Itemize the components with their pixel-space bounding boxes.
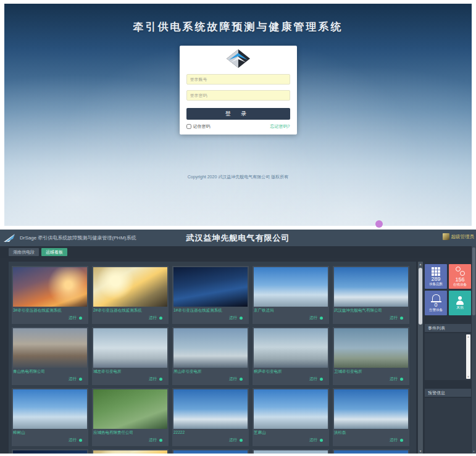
station-name: 桐庐牵引变电所: [254, 368, 328, 375]
scroll-down-icon[interactable]: ▼: [472, 449, 476, 454]
stat-label: 在线设备: [453, 283, 467, 287]
station-thumbnail: [334, 267, 408, 307]
stat-tile[interactable]: 0 告警设备: [425, 291, 447, 315]
station-card[interactable]: 青山热电有限公司 运行: [12, 327, 88, 385]
station-thumbnail: [93, 328, 167, 368]
station-card[interactable]: 1#牵引变压器在线监测系统 运行: [172, 266, 249, 324]
warnings-section-title: 预警信息: [425, 389, 471, 397]
station-status: 运行: [93, 314, 167, 321]
tab[interactable]: 运维看板: [41, 248, 67, 256]
station-name: 黑山牵引变电所: [173, 368, 248, 375]
station-thumbnail: [254, 267, 328, 307]
station-status: 运行: [173, 375, 248, 383]
app-logo-icon: [4, 233, 16, 243]
status-label: 运行: [309, 315, 317, 321]
station-card[interactable]: 芝麻山 运行: [253, 388, 329, 446]
station-card[interactable]: [12, 449, 88, 454]
scrollbar-thumb[interactable]: [419, 268, 422, 325]
tab[interactable]: 湖南供电段: [9, 248, 39, 256]
station-name: 1#牵引变压器在线监测系统: [173, 307, 248, 314]
station-thumbnail: [173, 450, 248, 454]
stat-label: 告警设备: [429, 308, 443, 312]
station-thumbnail: [254, 450, 328, 454]
scroll-down-icon[interactable]: ▼: [418, 449, 423, 454]
station-card[interactable]: 卫城牵引变电所 运行: [333, 327, 409, 385]
station-status: 运行: [173, 436, 248, 444]
status-label: 运行: [309, 437, 317, 443]
station-card[interactable]: 樟树山 运行: [12, 388, 88, 446]
status-label: 运行: [149, 437, 157, 443]
station-status: 运行: [334, 375, 408, 383]
scroll-up-icon[interactable]: ▲: [418, 262, 423, 267]
password-input[interactable]: [186, 90, 290, 101]
stat-value: 156: [455, 276, 464, 283]
forgot-password-link[interactable]: 忘记密码?: [270, 123, 290, 130]
login-options-row: 记住密码 忘记密码?: [186, 123, 290, 130]
status-label: 运行: [309, 376, 317, 382]
station-thumbnail: [173, 267, 248, 307]
user-menu[interactable]: 超级管理员: [443, 233, 475, 240]
login-button[interactable]: 登 录: [186, 108, 290, 120]
station-status: 运行: [173, 314, 248, 321]
right-panel: 289 设备总数 156 在线设备 0 告警设备 其他 事件列表 ▲ ▼ 预警信…: [425, 262, 471, 454]
scrollbar-thumb[interactable]: [472, 247, 475, 315]
station-name: 3#牵引变压器在线监测系统: [13, 307, 87, 314]
grid-scrollbar[interactable]: ▲ ▼: [418, 262, 423, 454]
page-title: 牵引供电系统故障预测与健康管理系统: [4, 20, 472, 34]
status-label: 运行: [229, 315, 237, 321]
stat-tile[interactable]: 其他: [449, 291, 471, 315]
station-status: 运行: [13, 314, 87, 321]
station-name: 青山热电有限公司: [13, 368, 87, 375]
station-card[interactable]: 桐庐牵引变电所 运行: [253, 327, 329, 385]
status-dot-icon: [320, 439, 323, 442]
station-name: 洪松磊: [334, 429, 408, 436]
remember-password-checkbox[interactable]: 记住密码: [186, 123, 211, 130]
page-scrollbar[interactable]: ▼: [472, 246, 476, 454]
station-card[interactable]: 2#牵引变压器在线监测系统 运行: [92, 266, 169, 324]
scroll-up-icon[interactable]: ▲: [466, 334, 470, 339]
stat-tiles: 289 设备总数 156 在线设备 0 告警设备 其他: [425, 262, 471, 315]
station-card[interactable]: 22222 运行: [172, 388, 249, 446]
station-status: 运行: [93, 436, 167, 444]
events-section-title: 事件列表: [425, 324, 471, 332]
station-card[interactable]: [333, 449, 409, 454]
station-thumbnail: [13, 450, 87, 454]
station-status: 运行: [254, 436, 328, 444]
stat-value: 0: [434, 302, 437, 308]
warning-list: [425, 398, 471, 454]
station-card[interactable]: 武汉益坤先舰电气有限公司 运行: [333, 266, 409, 324]
event-list-scrollbar[interactable]: ▲ ▼: [466, 334, 470, 379]
station-status: 运行: [93, 375, 167, 383]
station-thumbnail: [254, 389, 328, 429]
station-card[interactable]: 黑山牵引变电所 运行: [172, 327, 249, 385]
station-card[interactable]: [172, 449, 249, 454]
login-screen: 牵引供电系统故障预测与健康管理系统 登 录 记住密码 忘记密码? Copyrig…: [4, 4, 472, 226]
station-status: 运行: [254, 375, 328, 383]
stat-tile[interactable]: 156 在线设备: [449, 264, 471, 289]
station-card[interactable]: 京广铁运局 运行: [253, 266, 329, 324]
station-card[interactable]: 3#牵引变压器在线监测系统 运行: [12, 266, 88, 324]
app-name: DrSage 牵引供电系统故障预测与健康管理(PHM)系统: [20, 234, 136, 241]
status-label: 运行: [229, 437, 237, 443]
station-card[interactable]: 城左牵引变电所 运行: [92, 327, 169, 385]
station-card[interactable]: 洪松磊 运行: [333, 388, 409, 446]
station-card[interactable]: 应城热电有限责任公司 运行: [92, 388, 169, 446]
stat-tile-icon: [456, 267, 465, 276]
user-avatar: [443, 233, 449, 240]
scroll-down-icon[interactable]: ▼: [466, 375, 470, 379]
stat-tile-icon: [456, 296, 464, 305]
stat-value: 289: [431, 276, 440, 282]
station-card[interactable]: [92, 449, 169, 454]
status-dot-icon: [79, 317, 82, 320]
status-dot-icon: [79, 378, 82, 381]
remember-checkbox-input[interactable]: [186, 124, 191, 129]
station-thumbnail: [334, 328, 408, 368]
station-card[interactable]: [253, 449, 329, 454]
status-dot-icon: [159, 317, 162, 320]
station-thumbnail: [334, 450, 408, 454]
username-input[interactable]: [186, 74, 290, 85]
decorative-dot: [375, 220, 383, 228]
status-label: 运行: [149, 315, 157, 321]
station-thumbnail: [13, 267, 87, 307]
stat-tile[interactable]: 289 设备总数: [425, 264, 447, 289]
